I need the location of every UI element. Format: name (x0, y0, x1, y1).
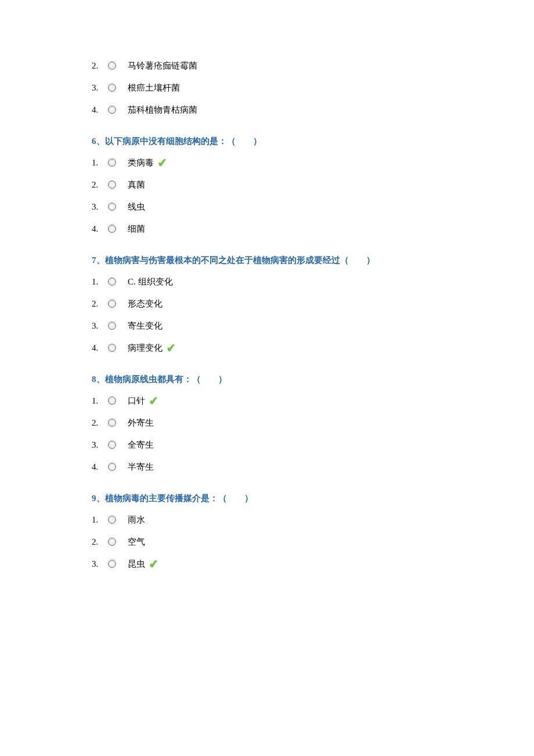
radio-icon[interactable] (108, 441, 116, 449)
option-row: 4.病理变化✔ (92, 339, 534, 357)
option-number: 1. (92, 396, 107, 406)
radio-icon[interactable] (108, 106, 116, 114)
radio-icon[interactable] (108, 560, 116, 568)
option-text: 形态变化 (128, 298, 163, 309)
option-row: 2.外寄生 (92, 414, 534, 431)
option-text: 根癌土壤杆菌 (128, 82, 180, 93)
option-text: 外寄生 (128, 417, 154, 429)
radio-icon[interactable] (108, 538, 116, 546)
radio-icon[interactable] (108, 322, 116, 330)
radio-icon[interactable] (108, 300, 116, 308)
option-text: C. 组织变化 (128, 276, 173, 287)
option-row: 3.寄生变化 (92, 317, 534, 334)
option-number: 4. (92, 105, 107, 115)
option-row: 3.根癌土壤杆菌 (92, 79, 534, 96)
option-row: 4.茄科植物青枯病菌 (92, 101, 534, 118)
option-text: 全寄生 (128, 440, 154, 451)
radio-icon[interactable] (108, 225, 116, 233)
option-text: 昆虫 (128, 559, 145, 570)
option-number: 2. (92, 418, 107, 428)
option-row: 2.空气 (92, 533, 534, 550)
question-title: 6、以下病原中没有细胞结构的是：（ ） (92, 136, 534, 147)
option-row: 4.半寄生 (92, 458, 534, 476)
option-row: 3.昆虫✔ (92, 555, 534, 573)
option-row: 2.形态变化 (92, 295, 534, 312)
radio-icon[interactable] (108, 419, 116, 427)
radio-icon[interactable] (108, 516, 116, 524)
option-text: 茄科植物青枯病菌 (128, 105, 197, 116)
option-text: 真菌 (128, 179, 145, 190)
option-row: 1.口针✔ (92, 392, 534, 409)
radio-icon[interactable] (108, 344, 116, 352)
question-title: 7、植物病害与伤害最根本的不同之处在于植物病害的形成要经过（ ） (92, 255, 534, 266)
option-number: 3. (92, 321, 107, 331)
option-number: 4. (92, 224, 107, 234)
question-title: 9、植物病毒的主要传播媒介是：（ ） (92, 493, 534, 504)
option-row: 2.马铃薯疮痂链霉菌 (92, 57, 534, 74)
option-text: 线虫 (128, 201, 145, 213)
option-number: 4. (92, 462, 107, 472)
option-row: 3.全寄生 (92, 436, 534, 453)
option-text: 寄生变化 (128, 321, 163, 332)
option-row: 2.真菌 (92, 176, 534, 193)
option-row: 1.C. 组织变化 (92, 273, 534, 290)
radio-icon[interactable] (108, 62, 116, 70)
checkmark-icon: ✔ (157, 155, 168, 170)
option-number: 2. (92, 61, 107, 71)
option-row: 3.线虫 (92, 198, 534, 215)
radio-icon[interactable] (108, 181, 116, 189)
radio-icon[interactable] (108, 397, 116, 405)
checkmark-icon: ✔ (148, 556, 159, 571)
option-text: 空气 (128, 537, 145, 548)
option-number: 3. (92, 559, 107, 569)
option-row: 1.类病毒✔ (92, 154, 534, 171)
checkmark-icon: ✔ (165, 340, 176, 355)
option-number: 2. (92, 299, 107, 309)
question-title: 8、植物病原线虫都具有：（ ） (92, 374, 534, 385)
option-text: 口针 (128, 395, 145, 406)
option-number: 3. (92, 202, 107, 212)
option-text: 病理变化 (128, 343, 163, 354)
option-text: 半寄生 (128, 462, 154, 473)
option-text: 雨水 (128, 514, 145, 525)
option-number: 2. (92, 537, 107, 547)
radio-icon[interactable] (108, 159, 116, 167)
radio-icon[interactable] (108, 463, 116, 471)
option-text: 类病毒 (128, 157, 154, 168)
radio-icon[interactable] (108, 84, 116, 92)
option-number: 3. (92, 83, 107, 93)
option-row: 4.细菌 (92, 220, 534, 237)
option-number: 1. (92, 515, 107, 525)
option-number: 1. (92, 277, 107, 287)
option-row: 1.雨水 (92, 511, 534, 528)
radio-icon[interactable] (108, 278, 116, 286)
radio-icon[interactable] (108, 203, 116, 211)
option-number: 4. (92, 343, 107, 353)
checkmark-icon: ✔ (148, 393, 159, 408)
option-number: 2. (92, 180, 107, 190)
option-number: 1. (92, 158, 107, 168)
option-text: 细菌 (128, 224, 145, 235)
option-number: 3. (92, 440, 107, 450)
option-text: 马铃薯疮痂链霉菌 (128, 60, 197, 71)
